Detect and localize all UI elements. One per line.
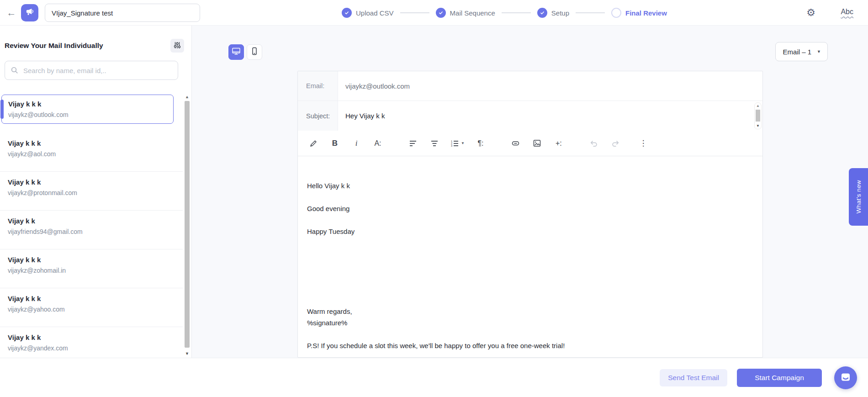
email-body-line xyxy=(307,283,749,294)
format-brush-icon[interactable] xyxy=(308,138,319,149)
email-field-value[interactable]: vijaykz@outlook.com xyxy=(338,71,762,101)
paragraph-format-icon[interactable]: ¶: xyxy=(475,138,486,149)
scrollbar-thumb[interactable] xyxy=(756,110,760,122)
subject-scrollbar[interactable]: ▲ ▼ xyxy=(754,102,762,129)
email-body-line xyxy=(307,249,749,260)
email-body-line xyxy=(307,191,749,203)
megaphone-icon xyxy=(25,7,35,19)
email-selector-label: Email – 1 xyxy=(783,48,812,56)
send-test-email-button[interactable]: Send Test Email xyxy=(660,369,727,386)
scroll-down-arrow-icon[interactable]: ▼ xyxy=(755,124,761,128)
whats-new-label: What's new xyxy=(855,180,862,213)
sidebar-title: Review Your Mail Individually xyxy=(5,42,103,50)
contact-email: vijayfriends94@gmail.com xyxy=(8,228,174,235)
review-sidebar: Review Your Mail Individually Vijay k k … xyxy=(0,26,192,358)
email-body-line xyxy=(307,271,749,283)
preview-area: Email – 1 ▼ Email: vijaykz@outlook.com S… xyxy=(192,26,868,358)
email-preview-card: Email: vijaykz@outlook.com Subject: Hey … xyxy=(297,71,763,358)
contact-name: Vijay k k k xyxy=(8,256,174,264)
top-bar: ← Upload CSV xyxy=(0,0,868,26)
step-check-icon xyxy=(611,8,621,18)
font-style-icon[interactable]: A: xyxy=(372,138,383,149)
campaign-name-input[interactable] xyxy=(45,4,200,22)
contact-email: vijaykz@yandex.com xyxy=(8,344,174,352)
stepper-connector xyxy=(400,12,429,13)
email-body-line: Good evening xyxy=(307,203,749,214)
contact-list-item[interactable]: Vijay k k k vijaykz@yandex.com xyxy=(0,327,183,358)
email-body-line xyxy=(307,260,749,271)
desktop-view-button[interactable] xyxy=(228,44,244,60)
device-toggle xyxy=(228,44,262,60)
chat-widget-button[interactable] xyxy=(834,366,857,389)
rich-text-toolbar: B i A: 1 2 3 xyxy=(298,131,762,156)
bold-icon[interactable]: B xyxy=(329,138,340,149)
search-input[interactable] xyxy=(5,61,178,80)
email-body-line: Warm regards, xyxy=(307,306,749,317)
subject-field-label: Subject: xyxy=(306,112,330,120)
contact-name: Vijay k k k xyxy=(8,333,174,341)
contact-email: vijaykz@aol.com xyxy=(8,150,174,158)
mobile-view-button[interactable] xyxy=(247,44,262,60)
contact-list: Vijay k k k vijaykz@outlook.com Vijay k … xyxy=(0,94,183,358)
stepper-step[interactable]: Mail Sequence xyxy=(394,8,495,18)
insert-more-icon[interactable]: +: xyxy=(553,138,564,149)
contact-list-item[interactable]: Vijay k k k vijaykz@aol.com xyxy=(0,133,183,172)
selected-accent-bar xyxy=(0,100,4,119)
scroll-down-arrow-icon[interactable]: ▼ xyxy=(184,351,190,356)
stepper-connector xyxy=(576,12,605,13)
undo-icon[interactable] xyxy=(588,138,599,149)
image-icon[interactable] xyxy=(532,138,543,149)
align-center-icon[interactable] xyxy=(429,138,440,149)
contact-email: vijaykz@protonmail.com xyxy=(8,189,174,196)
scroll-up-arrow-icon[interactable]: ▲ xyxy=(755,104,761,108)
contact-name: Vijay k k k xyxy=(8,295,174,302)
contact-email: vijaykz@zohomail.in xyxy=(8,267,174,274)
chevron-down-icon: ▼ xyxy=(461,141,465,145)
contact-email: vijaykz@yahoo.com xyxy=(8,306,174,313)
contact-name: Vijay k k k xyxy=(8,139,174,147)
whats-new-tab[interactable]: What's new xyxy=(849,168,868,226)
step-check-icon xyxy=(436,8,446,18)
contact-name: Vijay k k k xyxy=(8,178,174,186)
contact-list-item[interactable]: Vijay k k vijayfriends94@gmail.com xyxy=(0,211,183,249)
stepper-step[interactable]: Setup xyxy=(495,8,569,18)
contact-email: vijaykz@outlook.com xyxy=(8,111,167,118)
progress-stepper: Upload CSV Mail Sequence xyxy=(342,0,667,26)
contact-list-item[interactable]: Vijay k k k vijaykz@zohomail.in xyxy=(0,249,183,288)
italic-icon[interactable]: i xyxy=(351,138,362,149)
email-body-editor[interactable]: Hello Vijay k k Good evening Happy Tuesd… xyxy=(298,156,762,351)
contact-list-item[interactable]: Vijay k k k vijaykz@outlook.com xyxy=(1,95,174,124)
stepper-step[interactable]: Upload CSV xyxy=(342,8,394,18)
ordered-list-icon[interactable]: 1 2 3 ▼ xyxy=(450,138,465,149)
contact-list-item[interactable]: Vijay k k k vijaykz@protonmail.com xyxy=(0,172,183,211)
start-campaign-button[interactable]: Start Campaign xyxy=(737,369,822,387)
spellcheck-abc-button[interactable]: Abc xyxy=(841,8,853,16)
subject-field-row: Subject: Hey Vijay k k ▲ ▼ xyxy=(298,101,762,131)
settings-gear-icon[interactable]: ⚙ xyxy=(805,7,817,19)
contact-name: Vijay k k xyxy=(8,217,174,225)
sliders-filter-icon xyxy=(173,41,181,51)
contact-list-item[interactable]: Vijay k k k vijaykz@yahoo.com xyxy=(0,288,183,327)
email-field-row: Email: vijaykz@outlook.com xyxy=(298,71,762,101)
email-body-line: Hello Vijay k k xyxy=(307,180,749,191)
email-field-label: Email: xyxy=(306,82,324,90)
more-options-icon[interactable]: ⋮ xyxy=(638,138,649,149)
desktop-monitor-icon xyxy=(232,47,241,58)
back-arrow-icon[interactable]: ← xyxy=(5,6,18,19)
email-body-line: P.S! If you schedule a slot this week, w… xyxy=(307,340,749,351)
scroll-up-arrow-icon[interactable]: ▲ xyxy=(184,94,190,100)
email-body-line xyxy=(307,328,749,340)
email-step-selector[interactable]: Email – 1 ▼ xyxy=(775,42,828,61)
email-body-line: %signature% xyxy=(307,317,749,328)
subject-field-value[interactable]: Hey Vijay k k xyxy=(338,101,762,131)
redo-icon[interactable] xyxy=(610,138,621,149)
email-body-line xyxy=(307,294,749,306)
stepper-step[interactable]: Final Review xyxy=(569,8,667,18)
sidebar-scrollbar[interactable]: ▲ ▼ xyxy=(184,94,190,358)
mobile-phone-icon xyxy=(250,47,259,58)
link-icon[interactable] xyxy=(510,138,521,149)
align-left-icon[interactable] xyxy=(408,138,418,149)
contact-name: Vijay k k k xyxy=(8,100,167,108)
filter-button[interactable] xyxy=(170,39,184,53)
scrollbar-thumb[interactable] xyxy=(185,101,190,348)
